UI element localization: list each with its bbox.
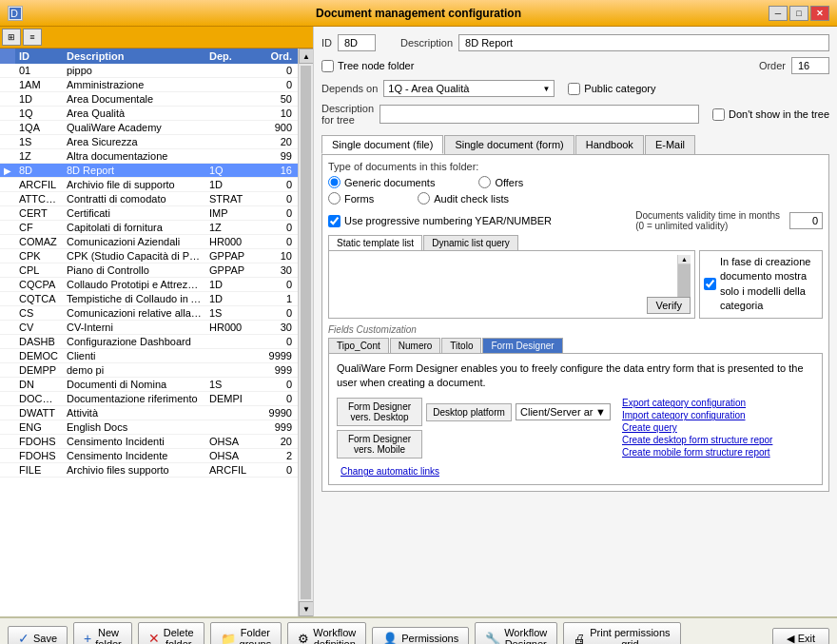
export-config-link[interactable]: Export category configuration bbox=[622, 398, 814, 408]
order-field[interactable]: 16 bbox=[791, 57, 829, 74]
table-row[interactable]: ARCFIL Archivio file di supporto 1D 0 bbox=[0, 178, 298, 192]
save-button[interactable]: ✓ Save bbox=[8, 626, 68, 644]
table-row[interactable]: 01 pippo 0 bbox=[0, 64, 298, 78]
tree-node-checkbox[interactable] bbox=[321, 60, 334, 72]
table-row[interactable]: DOCRIF Documentazione riferimento DEMPI … bbox=[0, 392, 298, 406]
table-scrollbar[interactable]: ▲ ▼ bbox=[298, 49, 313, 616]
new-folder-button[interactable]: + New folder bbox=[73, 622, 132, 644]
field-tab-tipo[interactable]: Tipo_Cont bbox=[328, 338, 389, 353]
table-row[interactable]: 1Q Area Qualità 10 bbox=[0, 107, 298, 121]
radio-offers[interactable] bbox=[478, 176, 491, 188]
table-row[interactable]: CQCPA Collaudo Prototipi e Attrezzatu 1D… bbox=[0, 278, 298, 292]
toolbar-icon-2[interactable]: ≡ bbox=[23, 29, 42, 46]
static-dynamic-tabs: Static template list Dynamic list query bbox=[328, 235, 823, 250]
tab-dynamic-list[interactable]: Dynamic list query bbox=[423, 235, 518, 250]
table-row[interactable]: CF Capitolati di fornitura 1Z 0 bbox=[0, 221, 298, 235]
progressive-numbering-checkbox[interactable] bbox=[328, 215, 341, 227]
folder-groups-button[interactable]: 📁 Folder groups bbox=[210, 622, 282, 644]
scroll-down-arrow[interactable]: ▼ bbox=[299, 601, 313, 616]
table-row[interactable]: DEMOC Clienti 9999 bbox=[0, 349, 298, 363]
table-row[interactable]: ▶ 8D 8D Report 1Q 16 bbox=[0, 164, 298, 178]
delete-folder-button[interactable]: ✕ Delete folder bbox=[138, 622, 204, 644]
table-row[interactable]: CS Comunicazioni relative alla Sicu 1S 0 bbox=[0, 306, 298, 321]
permissions-button[interactable]: 👤 Permissions bbox=[372, 627, 469, 645]
tab-single-form[interactable]: Single document (form) bbox=[444, 135, 574, 154]
radio-offers-label: Offers bbox=[495, 177, 523, 188]
delete-folder-icon: ✕ bbox=[148, 631, 160, 644]
print-perm-button[interactable]: 🖨 Print permissions grid bbox=[563, 622, 680, 644]
scroll-thumb[interactable] bbox=[301, 66, 311, 599]
field-tab-form-designer[interactable]: Form Designer bbox=[482, 338, 562, 353]
table-row[interactable]: CPL Piano di Controllo GPPAP 30 bbox=[0, 263, 298, 278]
dont-show-checkbox[interactable] bbox=[712, 108, 725, 121]
table-row[interactable]: ENG English Docs 999 bbox=[0, 420, 298, 435]
table-row[interactable]: CPK CPK (Studio Capacità di Process GPPA… bbox=[0, 249, 298, 263]
col-header-id: ID bbox=[15, 49, 63, 64]
radio-forms[interactable] bbox=[328, 192, 341, 205]
id-field[interactable]: 8D bbox=[338, 34, 376, 51]
new-folder-icon: + bbox=[84, 631, 91, 644]
table-row[interactable]: CERT Certificati IMP 0 bbox=[0, 206, 298, 221]
app-icon: D bbox=[8, 6, 23, 21]
radio-generic[interactable] bbox=[328, 176, 341, 188]
bottom-toolbar-1: ✓ Save + New folder ✕ Delete folder 📁 Fo… bbox=[0, 616, 837, 644]
table-row[interactable]: DEMPP demo pi 999 bbox=[0, 363, 298, 378]
table-row[interactable]: 1AM Amministrazione 0 bbox=[0, 78, 298, 92]
workflow-designer-button[interactable]: 🔧 Workflow Designer bbox=[475, 622, 557, 644]
validity-input[interactable] bbox=[789, 212, 823, 229]
col-header-desc: Description bbox=[63, 49, 205, 64]
table-row[interactable]: DWATT Attività 9990 bbox=[0, 406, 298, 420]
toolbar-icon-1[interactable]: ⊞ bbox=[2, 29, 21, 46]
permissions-icon: 👤 bbox=[382, 632, 398, 645]
minimize-button[interactable]: ─ bbox=[769, 6, 788, 21]
tab-handbook[interactable]: Handbook bbox=[575, 135, 644, 154]
radio-audit[interactable] bbox=[418, 192, 430, 205]
table-row[interactable]: FILE Archivio files supporto ARCFIL 0 bbox=[0, 463, 298, 478]
folder-groups-icon: 📁 bbox=[221, 632, 236, 645]
document-table: ID Description Dep. Ord. 01 pippo 0 1AM … bbox=[0, 49, 298, 616]
table-row[interactable]: DN Documenti di Nomina 1S 0 bbox=[0, 378, 298, 392]
list-scroll-up[interactable]: ▲ bbox=[678, 255, 691, 264]
table-row[interactable]: COMAZ Comunicazioni Aziendali HR000 0 bbox=[0, 235, 298, 249]
table-row[interactable]: FDOHS Censimento Incidente OHSA 2 bbox=[0, 449, 298, 463]
in-fase-checkbox[interactable] bbox=[704, 278, 716, 290]
exit-button[interactable]: ◀ Exit bbox=[772, 628, 829, 645]
create-desktop-report-link[interactable]: Create desktop form structure repor bbox=[622, 435, 814, 445]
table-row[interactable]: 1Z Altra documentazione 99 bbox=[0, 149, 298, 164]
public-category-checkbox[interactable] bbox=[568, 83, 580, 95]
scroll-up-arrow[interactable]: ▲ bbox=[299, 49, 313, 64]
depends-on-dropdown[interactable]: 1Q - Area Qualità ▼ bbox=[383, 80, 555, 97]
workflow-def-button[interactable]: ⚙ Workflow definition bbox=[287, 622, 366, 644]
detail-panel: ID 8D Description 8D Report Tree node fo… bbox=[314, 27, 837, 616]
table-row[interactable]: DASHB Configurazione Dashboard 0 bbox=[0, 335, 298, 349]
close-button[interactable]: ✕ bbox=[810, 6, 829, 21]
field-tab-numero[interactable]: Numero bbox=[390, 338, 441, 353]
table-row[interactable]: ATTCON Contratti di comodato STRAT 0 bbox=[0, 192, 298, 206]
table-row[interactable]: 1D Area Documentale 50 bbox=[0, 92, 298, 107]
verify-button[interactable]: Verify bbox=[647, 297, 691, 314]
doc-type-label: Type of documents in this folder: bbox=[328, 161, 478, 172]
table-row[interactable]: 1QA QualiWare Academy 900 bbox=[0, 121, 298, 135]
desc-for-tree-field[interactable] bbox=[380, 105, 699, 124]
table-row[interactable]: FDOHS Censimento Incidenti OHSA 20 bbox=[0, 435, 298, 449]
workflow-designer-icon: 🔧 bbox=[485, 632, 500, 645]
title-bar: D Document management configuration ─ □ … bbox=[0, 0, 837, 27]
change-automatic-links[interactable]: Change automatic links bbox=[341, 466, 439, 477]
table-row[interactable]: CV CV-Interni HR000 30 bbox=[0, 321, 298, 335]
create-query-link[interactable]: Create query bbox=[622, 422, 814, 433]
create-mobile-report-link[interactable]: Create mobile form structure report bbox=[622, 447, 814, 458]
main-tabs: Single document (file) Single document (… bbox=[321, 135, 829, 154]
maximize-button[interactable]: □ bbox=[789, 6, 808, 21]
table-toolbar: ⊞ ≡ bbox=[0, 27, 313, 49]
table-row[interactable]: CQTCA Tempistiche di Collaudo in Acce 1D… bbox=[0, 292, 298, 306]
col-header-ord: Ord. bbox=[253, 49, 296, 64]
table-row[interactable]: 1S Area Sicurezza 20 bbox=[0, 135, 298, 149]
description-field[interactable]: 8D Report bbox=[458, 34, 829, 51]
tab-static-template[interactable]: Static template list bbox=[328, 235, 422, 250]
svg-text:D: D bbox=[10, 8, 18, 19]
tab-single-file[interactable]: Single document (file) bbox=[321, 135, 443, 154]
platform-dropdown[interactable]: Client/Server ar ▼ bbox=[516, 403, 611, 420]
import-config-link[interactable]: Import category configuration bbox=[622, 410, 814, 420]
field-tab-titolo[interactable]: Titolo bbox=[441, 338, 481, 353]
tab-email[interactable]: E-Mail bbox=[645, 135, 695, 154]
